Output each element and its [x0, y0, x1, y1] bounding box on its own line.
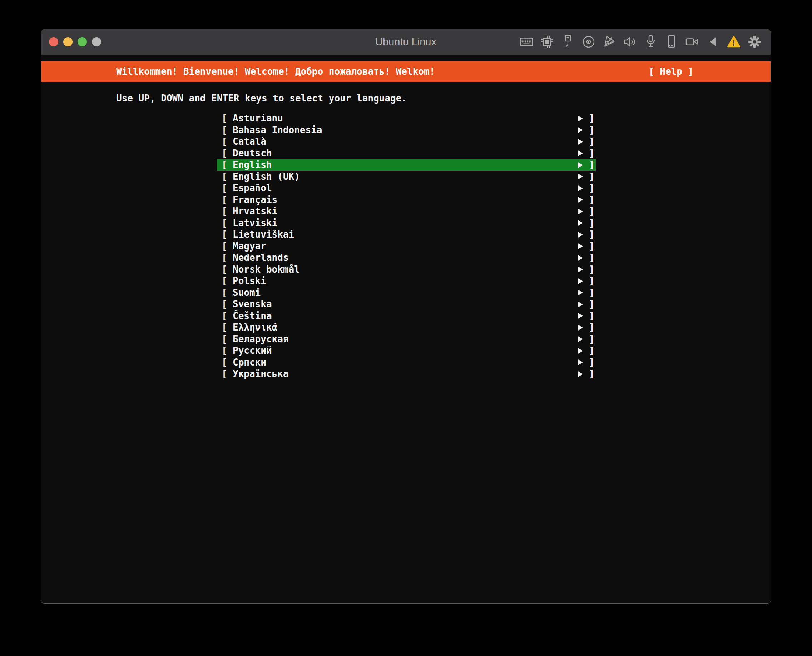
right-bracket: ] [589, 171, 595, 183]
left-bracket: [ [222, 229, 227, 240]
language-label: Lietuviškai [232, 229, 294, 240]
language-option[interactable]: [ English ] [217, 159, 596, 171]
language-label: Français [232, 194, 277, 206]
sound-icon[interactable] [623, 35, 637, 49]
left-bracket: [ [222, 345, 227, 357]
submenu-arrow-icon [578, 115, 583, 122]
language-option[interactable]: [ Asturianu ] [217, 113, 596, 124]
language-label: Deutsch [232, 148, 272, 159]
language-option[interactable]: [ Norsk bokmål ] [217, 264, 596, 275]
language-label: Українська [232, 368, 289, 380]
keyboard-icon[interactable] [520, 35, 533, 49]
mobile-device-icon[interactable] [665, 35, 678, 49]
right-bracket: ] [589, 229, 595, 240]
language-list: [ Asturianu ] [ Bahasa Indonesia ] [ Cat… [41, 113, 770, 380]
language-label: Српски [232, 357, 266, 368]
right-bracket: ] [589, 345, 595, 357]
left-bracket: [ [222, 322, 227, 333]
language-option[interactable]: [ Deutsch ] [217, 148, 596, 159]
language-option[interactable]: [ Català ] [217, 136, 596, 148]
installer-header-bar: Willkommen! Bienvenue! Welcome! Добро по… [41, 61, 770, 82]
submenu-arrow-icon [578, 173, 583, 180]
right-bracket: ] [589, 194, 595, 206]
left-bracket: [ [222, 264, 227, 275]
language-label: English (UK) [232, 171, 300, 183]
language-option[interactable]: [ Latviski ] [217, 217, 596, 229]
language-option[interactable]: [ Svenska ] [217, 299, 596, 310]
language-option[interactable]: [ Hrvatski ] [217, 206, 596, 217]
extra-window-button[interactable] [92, 37, 101, 46]
usb-icon[interactable] [561, 35, 575, 49]
close-button[interactable] [49, 37, 58, 46]
submenu-arrow-icon [578, 243, 583, 249]
right-bracket: ] [589, 287, 595, 299]
right-bracket: ] [589, 333, 595, 345]
settings-gear-icon[interactable] [748, 35, 761, 49]
language-option[interactable]: [ Français ] [217, 194, 596, 206]
right-bracket: ] [589, 368, 595, 380]
minimize-button[interactable] [63, 37, 73, 46]
processor-icon[interactable] [540, 35, 554, 49]
left-bracket: [ [222, 217, 227, 229]
language-label: Magyar [232, 240, 266, 252]
help-button[interactable]: [ Help ] [649, 61, 693, 82]
language-label: Беларуская [232, 333, 289, 345]
right-bracket: ] [589, 206, 595, 217]
titlebar: Ubuntu Linux [41, 29, 770, 55]
language-label: Asturianu [232, 113, 283, 124]
right-bracket: ] [589, 275, 595, 287]
microphone-icon[interactable] [644, 35, 658, 49]
language-option[interactable]: [ Ελληνικά ] [217, 322, 596, 333]
language-option[interactable]: [ Čeština ] [217, 310, 596, 322]
language-option[interactable]: [ English (UK) ] [217, 171, 596, 183]
installer-terminal: Willkommen! Bienvenue! Welcome! Добро по… [41, 55, 770, 603]
language-option[interactable]: [ Lietuviškai ] [217, 229, 596, 240]
language-label: Español [232, 182, 272, 194]
language-label: Bahasa Indonesia [232, 124, 322, 136]
submenu-arrow-icon [578, 301, 583, 308]
camera-icon[interactable] [685, 35, 699, 49]
language-label: Norsk bokmål [232, 264, 300, 275]
network-icon[interactable] [603, 35, 616, 49]
language-option[interactable]: [ Українська ] [217, 368, 596, 380]
right-bracket: ] [589, 182, 595, 194]
language-option[interactable]: [ Беларуская ] [217, 333, 596, 345]
submenu-arrow-icon [578, 325, 583, 331]
back-icon[interactable] [706, 35, 720, 49]
submenu-arrow-icon [578, 348, 583, 354]
submenu-arrow-icon [578, 162, 583, 168]
language-option[interactable]: [ Српски ] [217, 357, 596, 368]
language-option[interactable]: [ Polski ] [217, 275, 596, 287]
warning-icon[interactable] [727, 35, 741, 49]
left-bracket: [ [222, 136, 227, 148]
toolbar-icons [520, 29, 761, 55]
language-option[interactable]: [ Magyar ] [217, 240, 596, 252]
submenu-arrow-icon [578, 371, 583, 377]
left-bracket: [ [222, 159, 227, 171]
submenu-arrow-icon [578, 289, 583, 296]
right-bracket: ] [589, 310, 595, 322]
submenu-arrow-icon [578, 232, 583, 238]
language-label: Ελληνικά [232, 322, 277, 333]
left-bracket: [ [222, 148, 227, 159]
language-label: Suomi [232, 287, 260, 299]
language-option[interactable]: [ Español ] [217, 182, 596, 194]
language-option[interactable]: [ Русский ] [217, 345, 596, 357]
left-bracket: [ [222, 182, 227, 194]
submenu-arrow-icon [578, 336, 583, 342]
disc-icon[interactable] [582, 35, 595, 49]
left-bracket: [ [222, 287, 227, 299]
left-bracket: [ [222, 206, 227, 217]
language-option[interactable]: [ Nederlands ] [217, 252, 596, 264]
left-bracket: [ [222, 368, 227, 380]
left-bracket: [ [222, 252, 227, 264]
right-bracket: ] [589, 322, 595, 333]
zoom-button[interactable] [77, 37, 87, 46]
language-label: Hrvatski [232, 206, 277, 217]
right-bracket: ] [589, 136, 595, 148]
language-option[interactable]: [ Suomi ] [217, 287, 596, 299]
submenu-arrow-icon [578, 278, 583, 285]
language-option[interactable]: [ Bahasa Indonesia ] [217, 124, 596, 136]
left-bracket: [ [222, 124, 227, 136]
language-label: Svenska [232, 299, 272, 310]
